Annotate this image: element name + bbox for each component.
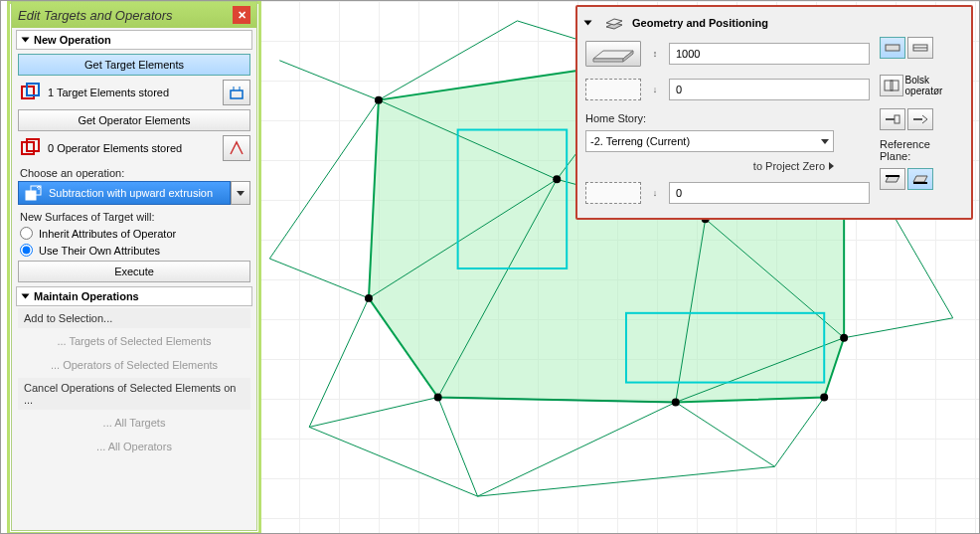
to-project-zero-link[interactable]: to Project Zero (585, 160, 834, 172)
svg-marker-65 (913, 176, 927, 182)
all-operators-button[interactable]: ... All Operators (18, 436, 250, 457)
choose-operation-label: Choose an operation: (20, 167, 248, 179)
svg-point-31 (375, 96, 383, 104)
ref-elevation-input[interactable] (669, 182, 870, 204)
svg-rect-58 (885, 81, 893, 90)
svg-line-25 (309, 398, 438, 428)
edit-targets-palette: Edit Targets and Operators ✕ New Operati… (11, 1, 257, 531)
svg-line-12 (309, 298, 369, 428)
cancel-ops-label: Cancel Operations of Selected Elements o… (18, 378, 250, 410)
target-pick-button[interactable] (223, 80, 250, 105)
svg-line-26 (309, 427, 477, 496)
svg-point-39 (553, 175, 561, 183)
elevation-top-icon (585, 79, 641, 100)
elevation-input[interactable] (669, 79, 870, 100)
get-operator-elements-button[interactable]: Get Operator Elements (18, 109, 250, 131)
section-maintain[interactable]: Maintain Operations (16, 286, 252, 306)
slab-3d-icon (604, 15, 624, 31)
ref-plane-bottom-button[interactable] (907, 168, 933, 190)
section-label: Maintain Operations (34, 290, 139, 302)
section-new-operation[interactable]: New Operation (16, 30, 252, 50)
svg-line-11 (438, 398, 478, 497)
structure-mode-2-button[interactable] (907, 37, 933, 59)
operation-selected: Subtraction with upward extrusion (49, 187, 213, 199)
subtraction-up-icon (25, 185, 43, 201)
svg-rect-59 (891, 81, 898, 90)
thickness-icon (585, 41, 641, 67)
disclosure-icon (22, 294, 30, 299)
execute-button[interactable]: Execute (18, 261, 250, 282)
operation-combo[interactable]: Subtraction with upward extrusion (18, 181, 250, 205)
operator-icon (18, 136, 42, 160)
structure-mode-1-button[interactable] (880, 37, 905, 59)
home-story-select[interactable]: -2. Terreng (Current) (585, 130, 834, 152)
svg-point-34 (840, 334, 848, 342)
elevation-ref-icon (585, 182, 641, 204)
combo-arrow-icon[interactable] (231, 181, 250, 205)
bolsk-label: Bolsk operatør (905, 75, 963, 96)
svg-point-38 (365, 294, 373, 302)
target-icon (18, 81, 42, 104)
get-target-elements-button[interactable]: Get Target Elements (18, 54, 250, 76)
svg-marker-53 (593, 59, 623, 62)
operator-stored-label: 0 Operator Elements stored (48, 142, 217, 154)
home-story-value: -2. Terreng (Current) (590, 135, 690, 147)
disclosure-icon (22, 38, 30, 43)
target-stored-label: 1 Target Elements stored (48, 87, 217, 98)
radio-inherit-input[interactable] (20, 227, 33, 240)
operators-of-selected-button[interactable]: ... Operators of Selected Elements (18, 354, 250, 376)
dimension-arrows-icon: ↕ (647, 49, 663, 59)
svg-line-1 (279, 61, 379, 100)
svg-rect-61 (895, 115, 899, 123)
chevron-down-icon (821, 139, 829, 144)
geometry-title: Geometry and Positioning (632, 17, 768, 29)
new-surfaces-label: New Surfaces of Target will: (20, 211, 248, 223)
svg-line-14 (269, 100, 379, 259)
floorplan-display-2-button[interactable] (907, 108, 933, 130)
disclosure-icon (584, 21, 592, 26)
svg-rect-43 (231, 90, 243, 98)
svg-line-13 (269, 259, 369, 298)
svg-line-8 (844, 318, 953, 338)
radio-own-label: Use Their Own Attributes (39, 245, 160, 257)
geometry-header[interactable]: Geometry and Positioning (585, 13, 963, 37)
svg-line-27 (478, 402, 676, 496)
geometry-panel: Geometry and Positioning ↕ ↓ Home Story:… (575, 5, 973, 220)
radio-own-input[interactable] (20, 244, 33, 257)
targets-of-selected-button[interactable]: ... Targets of Selected Elements (18, 330, 250, 352)
ref-plane-label: Reference Plane: (880, 138, 963, 162)
section-label: New Operation (34, 34, 111, 46)
thickness-input[interactable] (669, 43, 870, 65)
all-targets-button[interactable]: ... All Targets (18, 412, 250, 434)
radio-inherit-label: Inherit Attributes of Operator (39, 228, 176, 240)
svg-point-37 (434, 394, 442, 402)
radio-inherit[interactable]: Inherit Attributes of Operator (20, 227, 248, 240)
svg-rect-55 (886, 45, 899, 51)
operator-pick-button[interactable] (223, 135, 250, 161)
down-arrow-icon: ↓ (647, 85, 663, 94)
palette-title: Edit Targets and Operators (18, 8, 173, 23)
svg-point-35 (820, 394, 828, 402)
palette-titlebar[interactable]: Edit Targets and Operators ✕ (12, 2, 256, 28)
svg-line-9 (774, 398, 824, 467)
arrow-right-icon (829, 162, 834, 170)
svg-line-28 (478, 466, 775, 496)
bolsk-icon-button[interactable] (880, 75, 903, 96)
svg-line-10 (676, 402, 775, 466)
add-to-selection-label: Add to Selection... (18, 308, 250, 328)
close-icon[interactable]: ✕ (233, 6, 250, 24)
ref-plane-top-button[interactable] (880, 168, 905, 190)
home-story-label: Home Story: (585, 112, 870, 124)
svg-point-36 (672, 399, 680, 407)
down-arrow-icon: ↓ (647, 188, 663, 198)
radio-own[interactable]: Use Their Own Attributes (20, 244, 248, 257)
floorplan-display-button[interactable] (880, 108, 905, 130)
